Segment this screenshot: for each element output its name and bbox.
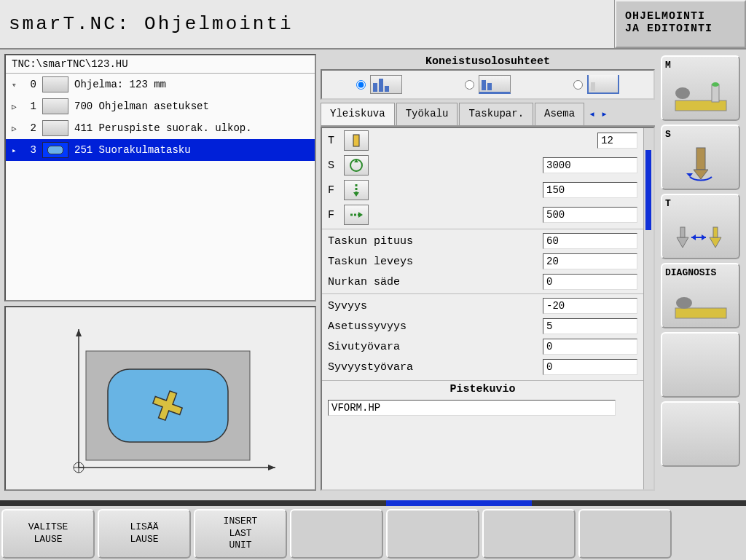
- t-label: T: [328, 135, 344, 147]
- depth-allowance-label: Syvyystyövara: [328, 361, 543, 374]
- svg-rect-9: [353, 135, 359, 146]
- svg-marker-14: [358, 212, 363, 218]
- pattern-file-input[interactable]: [328, 400, 616, 416]
- pattern-section-title: Pistekuvio: [322, 380, 643, 398]
- tree-item-0[interactable]: ▿0Ohjelma: 123 mm: [6, 74, 315, 95]
- tree-item-2[interactable]: ▷2411 Peruspiste suorak. ulkop.: [6, 117, 315, 139]
- softkey-3[interactable]: INSERT LAST UNIT: [194, 509, 287, 559]
- svg-marker-27: [691, 234, 696, 240]
- tab-bar: Yleiskuva Työkalu Taskupar. Asema ◂ ▸: [321, 103, 655, 127]
- radio-rough[interactable]: [465, 75, 511, 94]
- corner-radius-label: Nurkan säde: [328, 276, 543, 288]
- side-empty-2[interactable]: [661, 401, 740, 467]
- t-input[interactable]: [597, 133, 637, 149]
- svg-rect-25: [713, 227, 718, 237]
- pocket-width-label: Taskun leveys: [328, 256, 543, 268]
- svg-marker-1: [268, 465, 275, 470]
- f2-label: F: [328, 209, 344, 221]
- tool-icon: [344, 130, 369, 151]
- svg-marker-21: [686, 173, 693, 177]
- form-scrollbar[interactable]: [643, 128, 653, 489]
- corner-radius-input[interactable]: [543, 274, 637, 290]
- softkey-4[interactable]: [290, 509, 383, 559]
- softkey-bar: VALITSE LAUSE LISÄÄ LAUSE INSERT LAST UN…: [0, 500, 746, 560]
- svg-marker-20: [694, 170, 708, 179]
- f2-input[interactable]: [543, 207, 637, 223]
- side-allowance-label: Sivutyövara: [328, 341, 543, 353]
- f1-input[interactable]: [543, 182, 637, 198]
- tab-prev-icon[interactable]: ◂: [586, 103, 598, 125]
- svg-marker-24: [710, 237, 721, 248]
- softkey-5[interactable]: [386, 509, 479, 559]
- machining-mode-radios: [321, 69, 655, 100]
- graphic-preview: [4, 306, 316, 491]
- f1-label: F: [328, 184, 344, 197]
- svg-point-30: [676, 297, 692, 309]
- svg-rect-23: [680, 227, 685, 237]
- set-depth-label: Asetussyvyys: [328, 320, 543, 333]
- feed-down-icon: [344, 180, 369, 200]
- softkey-2[interactable]: LISÄÄ LAUSE: [98, 509, 191, 559]
- mode-button[interactable]: OHJELMOINTI JA EDITOINTI: [615, 0, 746, 48]
- depth-label: Syvyys: [328, 300, 543, 312]
- spindle-icon: [344, 155, 369, 176]
- pocket-length-label: Taskun pituus: [328, 235, 543, 248]
- params-title: Koneistusolosuhteet: [321, 54, 655, 69]
- s-label: S: [328, 159, 344, 172]
- depth-allowance-input[interactable]: [543, 359, 637, 375]
- svg-rect-29: [675, 308, 726, 318]
- softkey-6[interactable]: [482, 509, 576, 559]
- softkey-1[interactable]: VALITSE LAUSE: [1, 509, 95, 559]
- file-path: TNC:\smarTNC\123.HU: [6, 55, 315, 74]
- svg-marker-3: [76, 329, 82, 336]
- svg-rect-17: [712, 84, 719, 102]
- tab-position[interactable]: Asema: [535, 103, 584, 125]
- svg-rect-19: [696, 148, 705, 170]
- side-s-button[interactable]: S: [661, 125, 740, 190]
- svg-point-16: [675, 87, 690, 99]
- app-title: smarT.NC: Ohjelmointi: [0, 0, 615, 48]
- svg-marker-12: [353, 192, 359, 197]
- pocket-length-input[interactable]: [543, 233, 637, 249]
- svg-point-18: [712, 82, 719, 87]
- s-input[interactable]: [543, 157, 637, 173]
- side-m-button[interactable]: M: [661, 55, 740, 121]
- softkey-7[interactable]: [578, 509, 672, 559]
- radio-mill[interactable]: [356, 75, 402, 94]
- program-tree-panel: TNC:\smarTNC\123.HU ▿0Ohjelma: 123 mm▷17…: [4, 54, 316, 301]
- side-diagnosis-button[interactable]: DIAGNOSIS: [661, 263, 740, 328]
- radio-finish[interactable]: [573, 75, 619, 94]
- side-t-button[interactable]: T: [661, 194, 740, 259]
- set-depth-input[interactable]: [543, 318, 637, 334]
- tab-tool[interactable]: Työkalu: [396, 103, 458, 125]
- tab-next-icon[interactable]: ▸: [598, 103, 610, 125]
- depth-input[interactable]: [543, 298, 637, 314]
- feed-right-icon: [344, 205, 369, 225]
- svg-marker-22: [677, 237, 688, 248]
- side-empty-1[interactable]: [661, 332, 740, 398]
- side-allowance-input[interactable]: [543, 339, 637, 355]
- tab-pocket[interactable]: Taskupar.: [459, 103, 533, 125]
- tree-item-3[interactable]: ▸3251 Suorakulmatasku: [6, 139, 315, 161]
- pocket-width-input[interactable]: [543, 253, 637, 269]
- svg-marker-28: [702, 234, 706, 240]
- tab-overview[interactable]: Yleiskuva: [321, 103, 395, 125]
- tree-item-1[interactable]: ▷1700 Ohjelman asetukset: [6, 95, 315, 117]
